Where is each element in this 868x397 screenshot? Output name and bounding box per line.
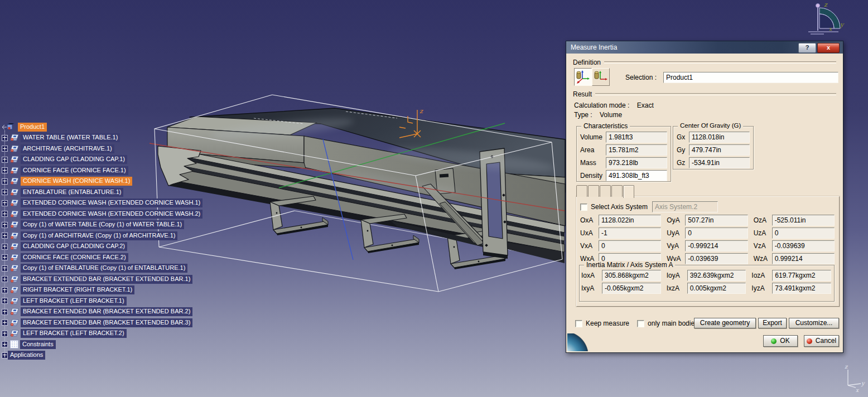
tree-expander-icon[interactable] [2, 331, 8, 337]
dialog-titlebar[interactable]: Measure Inertia ? x [566, 41, 843, 54]
tree-item-label[interactable]: Copy (1) of WATER TABLE (Copy (1) of WAT… [21, 220, 184, 229]
tree-item-label[interactable]: EXTENDED CORNICE WASH (EXTENDED CORNICE … [21, 210, 202, 219]
tree-item[interactable]: Copy (1) of ARCHITRAVE (Copy (1) of ARCH… [0, 230, 240, 241]
tree-item[interactable]: CORNICE FACE (CORNICE FACE.2) [0, 252, 240, 263]
tree-item[interactable]: BRACKET EXTENDED BAR (BRACKET EXTENDED B… [0, 317, 240, 328]
tree-item[interactable]: EXTENDED CORNICE WASH (EXTENDED CORNICE … [0, 198, 240, 209]
tree-expander-icon[interactable] [2, 189, 8, 195]
tree-item[interactable]: Copy (1) of ENTABLATURE (Copy (1) of ENT… [0, 263, 240, 274]
tree-expander-icon[interactable] [2, 254, 8, 260]
tree-expander-icon[interactable] [2, 157, 8, 163]
tree-item-label[interactable]: LEFT BRACKET (LEFT BRACKET.2) [21, 329, 127, 338]
tree-item[interactable]: LEFT BRACKET (LEFT BRACKET.2) [0, 328, 240, 340]
tree-expander-icon[interactable] [2, 244, 8, 250]
triad-y-label: y [861, 380, 865, 387]
tree-item[interactable]: LEFT BRACKET (LEFT BRACKET.1) [0, 296, 240, 307]
matrix-cell-field: -0.065kgxm2 [602, 283, 661, 294]
tree-expander-icon[interactable] [2, 319, 8, 326]
tree-expander-icon[interactable] [2, 276, 8, 282]
characteristics-group: Characteristics Volume 1.981ft3 Area 15.… [576, 126, 671, 182]
tree-item-label[interactable]: CLADDING CAP (CLADDING CAP.1) [21, 155, 127, 164]
help-button[interactable]: ? [798, 43, 816, 53]
tree-expander-icon[interactable] [2, 233, 8, 239]
axis-system-input: Axis System.2 [652, 201, 718, 212]
tree-item-label[interactable]: BRACKET EXTENDED BAR (BRACKET EXTENDED B… [21, 307, 192, 316]
tree-item-label[interactable]: BRACKET EXTENDED BAR (BRACKET EXTENDED B… [21, 318, 192, 327]
tree-item-label[interactable]: CORNICE FACE (CORNICE FACE.1) [21, 166, 128, 175]
inertia-tab[interactable] [588, 185, 599, 197]
tree-item[interactable]: RIGHT BRACKET (RIGHT BRACKET.1) [0, 285, 240, 296]
tree-expander-icon[interactable] [2, 309, 8, 315]
tree-expander-icon[interactable] [2, 167, 8, 173]
tree-item-label[interactable]: CORNICE FACE (CORNICE FACE.2) [21, 253, 128, 262]
tree-item-label[interactable]: CORNICE WASH (CORNICE WASH.1) [21, 177, 132, 186]
cog-label: Gx [677, 133, 689, 141]
tree-item-label[interactable]: Constraints [20, 340, 56, 349]
export-button[interactable]: Export [758, 318, 787, 328]
select-axis-system-checkbox[interactable] [580, 204, 587, 211]
tree-expander-icon[interactable] [2, 341, 8, 347]
tree-expander-icon[interactable] [2, 298, 8, 304]
tree-item-label[interactable]: CLADDING CAP (CLADDING CAP.2) [21, 242, 127, 251]
tree-expander-icon[interactable] [2, 178, 8, 185]
tree-item[interactable]: BRACKET EXTENDED BAR (BRACKET EXTENDED B… [0, 307, 240, 318]
close-button[interactable]: x [817, 43, 840, 53]
compass-manipulation-handle[interactable] [816, 4, 820, 8]
tree-item[interactable]: ENTABLATURE (ENTABLATURE.1) [0, 187, 240, 198]
tree-item-label[interactable]: ENTABLATURE (ENTABLATURE.1) [21, 188, 123, 197]
tree-expander-icon[interactable] [2, 135, 8, 141]
tree-root-label[interactable]: Product1 [18, 123, 47, 132]
inertia-axis-button[interactable] [592, 68, 610, 86]
tree-item[interactable]: CORNICE FACE (CORNICE FACE.1) [0, 165, 240, 176]
tree-item-label[interactable]: BRACKET EXTENDED BAR (BRACKET EXTENDED B… [21, 275, 192, 284]
ok-button[interactable]: OK [763, 335, 798, 347]
tree-item-label[interactable]: RIGHT BRACKET (RIGHT BRACKET.1) [21, 285, 134, 294]
tree-item-label[interactable]: LEFT BRACKET (LEFT BRACKET.1) [21, 297, 127, 306]
tree-expander-icon[interactable] [2, 146, 8, 152]
inertia-cell-field: 0 [685, 227, 748, 239]
characteristic-row: Density 491.308lb_ft3 [580, 170, 667, 181]
tree-expander-icon[interactable] [2, 211, 8, 217]
selection-input[interactable]: Product1 [663, 72, 838, 83]
tree-item-label[interactable]: WATER TABLE (WATER TABLE.1) [21, 133, 120, 142]
cancel-button[interactable]: Cancel [804, 335, 839, 347]
tree-item[interactable]: Constraints [0, 339, 240, 350]
select-axis-system-label: Select Axis System [591, 203, 648, 211]
tree-root-product[interactable]: Product1 [0, 122, 240, 133]
create-geometry-button[interactable]: Create geometry [694, 318, 756, 328]
tree-item-label[interactable]: Copy (1) of ARCHITRAVE (Copy (1) of ARCH… [21, 231, 177, 240]
tree-expander-icon[interactable] [2, 265, 8, 272]
cog-row: Gy 479.747in [677, 144, 750, 156]
tree-expander-icon[interactable] [2, 352, 8, 359]
tree-item[interactable]: BRACKET EXTENDED BAR (BRACKET EXTENDED B… [0, 274, 240, 285]
part-icon [10, 319, 19, 327]
tree-item[interactable]: WATER TABLE (WATER TABLE.1) [0, 133, 240, 144]
tree-item[interactable]: CLADDING CAP (CLADDING CAP.2) [0, 241, 240, 253]
tree-item-label[interactable]: ARCHITRAVE (ARCHITRAVE.1) [21, 144, 114, 153]
tree-item-label[interactable]: Applications [8, 351, 45, 360]
footer-options: Keep measure only main bodies [575, 319, 698, 327]
inertia-tab[interactable] [611, 185, 623, 197]
tree-item[interactable]: CORNICE WASH (CORNICE WASH.1) [0, 176, 240, 187]
inertia-cell-field: -0.039639 [685, 253, 748, 264]
part-icon [10, 275, 19, 283]
tree-item-label[interactable]: EXTENDED CORNICE WASH (EXTENDED CORNICE … [21, 198, 202, 207]
tree-expander-icon[interactable] [2, 222, 8, 228]
view-compass[interactable]: z y x [808, 1, 845, 34]
tree-item[interactable]: Applications [0, 350, 240, 361]
tree-item[interactable]: ARCHITRAVE (ARCHITRAVE.1) [0, 143, 240, 154]
ok-icon [771, 338, 777, 344]
inertia-tab[interactable] [576, 185, 587, 197]
tree-expander-icon[interactable] [2, 287, 8, 293]
inertia-tab[interactable] [623, 185, 634, 198]
keep-measure-checkbox[interactable] [575, 320, 582, 327]
only-main-bodies-checkbox[interactable] [637, 320, 644, 327]
tree-item[interactable]: CLADDING CAP (CLADDING CAP.1) [0, 154, 240, 166]
tree-expander-icon[interactable] [2, 200, 8, 206]
tree-item[interactable]: Copy (1) of WATER TABLE (Copy (1) of WAT… [0, 220, 240, 231]
inertia-tab[interactable] [600, 185, 611, 197]
inertia-equivalent-button[interactable] [574, 68, 592, 86]
tree-item[interactable]: EXTENDED CORNICE WASH (EXTENDED CORNICE … [0, 209, 240, 220]
customize-button[interactable]: Customize... [789, 318, 839, 328]
tree-item-label[interactable]: Copy (1) of ENTABLATURE (Copy (1) of ENT… [21, 264, 187, 273]
